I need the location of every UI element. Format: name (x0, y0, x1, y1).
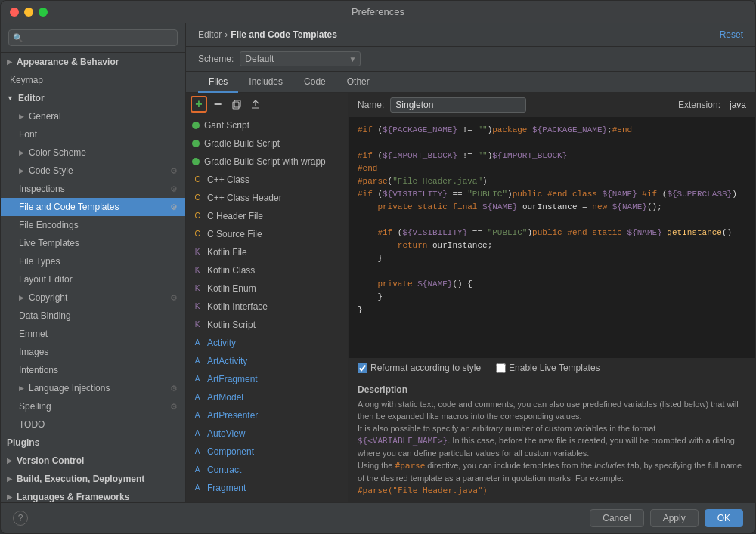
scheme-bar: Scheme: Default Project ▼ (186, 47, 755, 72)
close-button[interactable] (10, 8, 19, 17)
sidebar-item-languages[interactable]: ▶ Languages & Frameworks (1, 488, 185, 502)
footer-buttons: Cancel Apply OK (590, 509, 743, 527)
sidebar-item-fileencodings[interactable]: File Encodings (1, 216, 185, 234)
tab-other[interactable]: Other (336, 72, 380, 93)
sidebar-item-versioncontrol[interactable]: ▶ Version Control (1, 452, 185, 470)
live-templates-checkbox-label[interactable]: Enable Live Templates (496, 363, 600, 373)
options-bar: Reformat according to style Enable Live … (349, 357, 755, 378)
activity-file-icon: A (192, 338, 203, 348)
kotlin-file-icon: K (192, 301, 203, 312)
template-item[interactable]: Gradle Build Script with wrapp (186, 153, 348, 171)
template-item[interactable]: A ArtFragment (186, 370, 348, 388)
tab-code[interactable]: Code (293, 72, 336, 93)
sidebar-item-intentions[interactable]: Intentions (1, 361, 185, 379)
ok-button[interactable]: OK (705, 509, 743, 527)
template-item[interactable]: Gradle Build Script (186, 134, 348, 153)
arrow-icon: ▶ (7, 490, 12, 502)
description-text: Along with static text, code and comment… (358, 398, 746, 497)
tab-includes[interactable]: Includes (238, 72, 293, 93)
template-item[interactable]: A ArtActivity (186, 352, 348, 370)
template-item[interactable]: K Kotlin Interface (186, 298, 348, 316)
sidebar-item-font[interactable]: Font (1, 125, 185, 144)
search-icon: 🔍 (13, 33, 23, 43)
arrow-icon: ▶ (7, 472, 12, 486)
kotlin-file-icon: K (192, 319, 203, 330)
sidebar-item-languageinjections[interactable]: ▶ Language Injections ⚙ (1, 379, 185, 397)
sidebar-item-todo[interactable]: TODO (1, 415, 185, 434)
template-item[interactable]: C C Source File (186, 225, 348, 243)
apply-button[interactable]: Apply (650, 509, 699, 527)
scheme-select-wrapper: Default Project ▼ (240, 51, 361, 66)
scheme-select[interactable]: Default Project (240, 51, 361, 66)
breadcrumb-parent: Editor (198, 29, 222, 40)
template-item[interactable]: A ArtModel (186, 388, 348, 406)
kotlin-file-icon: K (192, 247, 203, 258)
sidebar-item-buildexec[interactable]: ▶ Build, Execution, Deployment (1, 470, 185, 488)
file-icon: C (192, 211, 203, 221)
sidebar-item-databinding[interactable]: Data Binding (1, 307, 185, 325)
template-item[interactable]: A AutoView (186, 424, 348, 443)
main-content: 🔍 ▶ Appearance & Behavior Keymap ▼ Edito… (1, 23, 755, 502)
template-item[interactable]: A Activity (186, 334, 348, 352)
template-item[interactable]: A ArtPresenter (186, 406, 348, 424)
activity-file-icon: A (192, 483, 203, 493)
sidebar-item-fileandcode[interactable]: File and Code Templates ⚙ (1, 198, 185, 216)
template-item[interactable]: K Kotlin File (186, 243, 348, 261)
reformat-checkbox-label[interactable]: Reformat according to style (358, 363, 481, 373)
live-templates-checkbox[interactable] (496, 363, 506, 373)
sidebar-item-keymap[interactable]: Keymap (1, 71, 185, 89)
arrow-icon: ▶ (7, 454, 12, 468)
reset-button[interactable]: Reset (720, 29, 743, 40)
code-editor[interactable]: #if (${PACKAGE_NAME} != "")package ${PAC… (349, 118, 755, 357)
template-toolbar: + − (186, 93, 348, 116)
tab-files[interactable]: Files (198, 72, 238, 93)
minimize-button[interactable] (24, 8, 33, 17)
green-dot-icon (192, 140, 200, 147)
template-item[interactable]: Gant Script (186, 116, 348, 134)
add-template-button[interactable]: + (191, 96, 207, 113)
maximize-button[interactable] (39, 8, 48, 17)
arrow-icon: ▶ (19, 146, 24, 159)
copy-template-button[interactable] (228, 96, 245, 113)
sidebar-item-spelling[interactable]: Spelling ⚙ (1, 397, 185, 415)
template-item[interactable]: C C++ Class (186, 171, 348, 189)
sidebar-item-livetemplates[interactable]: Live Templates (1, 234, 185, 252)
template-item[interactable]: K Kotlin Enum (186, 279, 348, 298)
template-item[interactable]: C C++ Class Header (186, 189, 348, 207)
reformat-checkbox[interactable] (358, 363, 367, 373)
sidebar-item-layouteditor[interactable]: Layout Editor (1, 270, 185, 289)
right-panel: Editor › File and Code Templates Reset S… (186, 23, 755, 502)
template-item[interactable]: Gradle Kotlin DSL Build Script (186, 497, 348, 502)
template-item[interactable]: A Component (186, 443, 348, 461)
sidebar-item-copyright[interactable]: ▶ Copyright ⚙ (1, 289, 185, 307)
sidebar-item-images[interactable]: Images (1, 343, 185, 361)
template-list-panel: + − Gant Script (186, 93, 349, 502)
file-icon: C (192, 229, 203, 239)
window-title: Preferences (352, 6, 404, 17)
arrow-icon: ▶ (19, 291, 24, 304)
sidebar-item-general[interactable]: ▶ General (1, 107, 185, 125)
sidebar-item-filetypes[interactable]: File Types (1, 252, 185, 270)
template-item[interactable]: C C Header File (186, 207, 348, 225)
export-template-button[interactable] (247, 96, 264, 113)
remove-template-button[interactable]: − (209, 96, 226, 113)
arrow-icon: ▶ (19, 110, 24, 123)
template-item[interactable]: A Contract (186, 461, 348, 479)
sidebar-item-editor[interactable]: ▼ Editor (1, 89, 185, 107)
gear-icon: ⚙ (170, 291, 178, 304)
file-icon: C (192, 174, 203, 185)
sidebar-item-codestyle[interactable]: ▶ Code Style ⚙ (1, 162, 185, 180)
sidebar-list: ▶ Appearance & Behavior Keymap ▼ Editor … (1, 53, 185, 502)
cancel-button[interactable]: Cancel (590, 509, 643, 527)
template-item[interactable]: K Kotlin Class (186, 261, 348, 279)
template-item[interactable]: A Fragment (186, 479, 348, 497)
sidebar-item-appearance[interactable]: ▶ Appearance & Behavior (1, 53, 185, 71)
sidebar-item-plugins[interactable]: Plugins (1, 434, 185, 452)
template-item[interactable]: K Kotlin Script (186, 316, 348, 334)
sidebar-item-inspections[interactable]: Inspections ⚙ (1, 180, 185, 198)
name-input[interactable] (390, 97, 526, 113)
help-button[interactable]: ? (13, 511, 28, 526)
sidebar-item-emmet[interactable]: Emmet (1, 325, 185, 343)
search-input[interactable] (8, 29, 178, 46)
sidebar-item-colorscheme[interactable]: ▶ Color Scheme (1, 144, 185, 162)
